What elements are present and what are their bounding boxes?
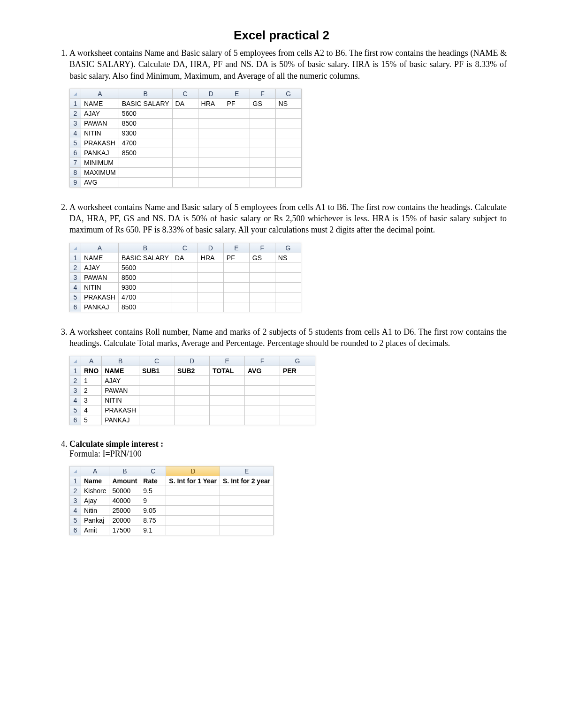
row-hdr[interactable]: 1 [70, 476, 81, 486]
cell[interactable]: DA [172, 98, 198, 108]
col-E[interactable]: E [220, 466, 274, 476]
cell[interactable]: SUB1 [139, 366, 175, 376]
cell[interactable] [175, 376, 210, 386]
cell[interactable] [275, 272, 301, 282]
cell[interactable]: 8500 [118, 302, 172, 312]
col-E[interactable]: E [224, 89, 250, 98]
cell[interactable]: PF [224, 98, 250, 108]
row-hdr[interactable]: 1 [70, 366, 81, 376]
col-A[interactable]: A [81, 356, 102, 366]
cell[interactable]: 8500 [119, 118, 172, 128]
cell[interactable] [250, 177, 275, 187]
cell[interactable] [275, 148, 301, 158]
select-all-corner[interactable] [70, 466, 81, 476]
cell[interactable]: AJAY [81, 263, 119, 272]
cell[interactable] [139, 405, 175, 415]
cell[interactable] [223, 302, 249, 312]
cell[interactable] [223, 282, 249, 292]
row-hdr[interactable]: 4 [70, 506, 81, 516]
cell[interactable] [250, 108, 275, 118]
cell[interactable]: SUB2 [175, 366, 210, 376]
cell[interactable]: DA [172, 253, 198, 263]
cell[interactable] [198, 167, 224, 177]
cell[interactable] [250, 148, 275, 158]
cell[interactable] [275, 282, 301, 292]
row-hdr[interactable]: 6 [70, 525, 81, 535]
select-all-corner[interactable] [70, 243, 81, 253]
col-D[interactable]: D [198, 89, 224, 98]
cell[interactable] [275, 302, 301, 312]
cell[interactable] [139, 386, 175, 396]
cell[interactable]: 9300 [119, 128, 172, 138]
cell[interactable] [198, 263, 223, 272]
select-all-corner[interactable] [70, 356, 81, 366]
cell[interactable]: NAME [81, 253, 119, 263]
row-hdr[interactable]: 4 [70, 282, 81, 292]
cell[interactable] [250, 138, 275, 148]
cell[interactable]: 8500 [118, 272, 172, 282]
cell[interactable]: 1 [81, 376, 102, 386]
col-F[interactable]: F [250, 89, 275, 98]
cell[interactable]: 5600 [118, 263, 172, 272]
row-hdr[interactable]: 6 [70, 415, 81, 425]
cell[interactable] [275, 177, 301, 187]
col-C[interactable]: C [172, 89, 198, 98]
cell[interactable] [275, 292, 301, 302]
cell[interactable]: 3 [81, 396, 102, 405]
cell[interactable]: 5 [81, 415, 102, 425]
cell[interactable] [198, 158, 224, 167]
cell[interactable] [139, 376, 175, 386]
cell[interactable]: Pankaj [81, 516, 109, 525]
cell[interactable]: PER [280, 366, 315, 376]
cell[interactable] [119, 167, 172, 177]
row-hdr[interactable]: 2 [70, 376, 81, 386]
row-hdr[interactable]: 9 [70, 177, 81, 187]
cell[interactable] [198, 128, 224, 138]
cell[interactable] [280, 376, 315, 386]
cell[interactable] [245, 415, 280, 425]
row-hdr[interactable]: 4 [70, 396, 81, 405]
cell[interactable] [220, 486, 274, 496]
cell[interactable] [139, 396, 175, 405]
cell[interactable]: PRAKASH [102, 405, 139, 415]
cell[interactable]: Rate [140, 476, 166, 486]
cell[interactable]: PAWAN [81, 272, 119, 282]
cell[interactable] [245, 376, 280, 386]
col-A[interactable]: A [81, 243, 119, 253]
cell[interactable]: 4 [81, 405, 102, 415]
cell[interactable]: 9.1 [140, 525, 166, 535]
cell[interactable] [210, 386, 245, 396]
cell[interactable] [210, 396, 245, 405]
cell[interactable]: NAME [81, 98, 119, 108]
cell[interactable] [175, 396, 210, 405]
cell[interactable] [166, 506, 220, 516]
cell[interactable] [166, 525, 220, 535]
col-A[interactable]: A [81, 466, 109, 476]
cell[interactable] [224, 167, 250, 177]
cell[interactable] [172, 272, 198, 282]
cell[interactable] [223, 292, 249, 302]
row-hdr[interactable]: 6 [70, 148, 81, 158]
cell[interactable]: HRA [198, 253, 223, 263]
col-C[interactable]: C [140, 466, 166, 476]
cell[interactable] [224, 158, 250, 167]
cell[interactable] [250, 158, 275, 167]
col-G[interactable]: G [275, 89, 301, 98]
cell[interactable] [119, 177, 172, 187]
cell[interactable] [224, 177, 250, 187]
cell[interactable] [172, 108, 198, 118]
cell[interactable] [172, 158, 198, 167]
cell[interactable]: PAWAN [81, 118, 119, 128]
row-hdr[interactable]: 2 [70, 108, 81, 118]
cell[interactable]: Name [81, 476, 109, 486]
cell[interactable]: Ajay [81, 496, 109, 506]
cell[interactable]: 4700 [118, 292, 172, 302]
cell[interactable]: 17500 [109, 525, 140, 535]
cell[interactable]: GS [249, 253, 275, 263]
cell[interactable] [172, 138, 198, 148]
col-B[interactable]: B [102, 356, 139, 366]
cell[interactable]: PAWAN [102, 386, 139, 396]
cell[interactable]: 25000 [109, 506, 140, 516]
cell[interactable]: 5600 [119, 108, 172, 118]
cell[interactable] [250, 118, 275, 128]
